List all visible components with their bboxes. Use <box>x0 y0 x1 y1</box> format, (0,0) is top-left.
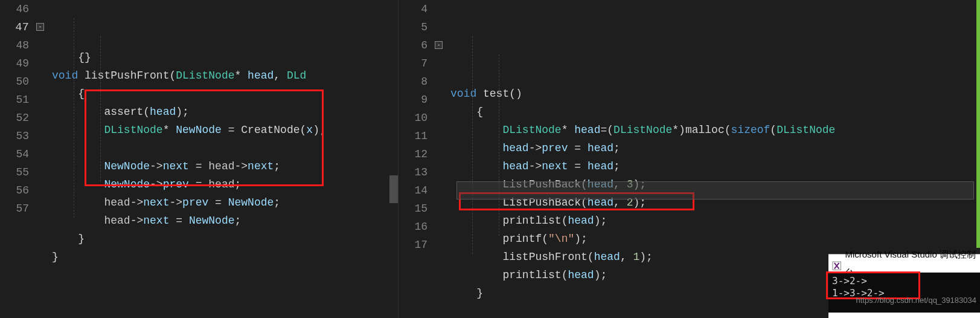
code-line[interactable]: NewNode->next = head->next; <box>52 157 398 175</box>
current-line-highlight <box>456 181 974 200</box>
line-number: 52 <box>0 109 29 127</box>
line-number: 15 <box>399 200 428 218</box>
line-number: 51 <box>0 91 29 109</box>
line-number: 5 <box>399 18 428 36</box>
line-number: 14 <box>399 181 428 200</box>
code-line[interactable]: } <box>52 248 398 266</box>
line-number: 16 <box>399 218 428 236</box>
line-number: 7 <box>399 54 428 73</box>
watermark-text: https://blog.csdn.net/qq_39183034 <box>856 294 977 307</box>
editor-pane-right[interactable]: 4567891011121314151617 - void test() { D… <box>399 0 980 318</box>
code-line[interactable]: assert(head); <box>52 103 398 121</box>
line-number: 8 <box>399 73 428 91</box>
line-number: 48 <box>0 36 29 54</box>
console-line: 3->2-> <box>832 275 976 287</box>
line-number: 50 <box>0 73 29 91</box>
code-line[interactable]: void test() <box>450 85 980 103</box>
line-number: 53 <box>0 127 29 145</box>
code-line[interactable]: } <box>52 230 398 248</box>
line-number: 9 <box>399 91 428 109</box>
code-line[interactable] <box>450 67 980 85</box>
line-number: 11 <box>399 127 428 145</box>
fold-toggle[interactable]: - <box>435 41 443 49</box>
line-number: 17 <box>399 236 428 254</box>
code-line[interactable]: DListNode* NewNode = CreatNode(x); <box>52 121 398 139</box>
code-line[interactable]: head->next->prev = NewNode; <box>52 193 398 212</box>
line-number: 49 <box>0 54 29 73</box>
code-line[interactable]: {} <box>52 48 398 67</box>
code-line[interactable]: { <box>52 85 398 103</box>
vs-icon <box>832 259 841 268</box>
scrollbar-thumb[interactable] <box>389 175 398 203</box>
code-line[interactable]: { <box>450 103 980 121</box>
fold-toggle[interactable]: - <box>36 23 44 31</box>
line-number: 56 <box>0 181 29 200</box>
code-line[interactable]: head->next = head; <box>450 157 980 175</box>
line-number: 55 <box>0 163 29 181</box>
line-number: 6 <box>399 36 428 54</box>
console-output[interactable]: 3->2->1->3->2-> https://blog.csdn.net/qq… <box>828 273 980 313</box>
line-number-gutter-left: 464748495051525354555657 <box>0 0 36 266</box>
change-marker <box>976 0 980 248</box>
code-line[interactable]: DListNode* head=(DListNode*)malloc(sizeo… <box>450 121 980 139</box>
line-number: 46 <box>0 0 29 18</box>
code-line[interactable]: head->prev = head; <box>450 139 980 157</box>
line-number: 47 <box>0 18 29 36</box>
debug-console-window[interactable]: Microsoft Visual Studio 调试控制台 3->2->1->3… <box>828 254 980 318</box>
code-line[interactable] <box>52 139 398 157</box>
line-number: 57 <box>0 200 29 218</box>
code-line[interactable]: head->next = NewNode; <box>52 212 398 230</box>
line-number: 13 <box>399 163 428 181</box>
line-number-gutter-right: 4567891011121314151617 <box>399 0 435 302</box>
code-content-left[interactable]: {}void listPushFront(DListNode* head, DL… <box>47 0 398 266</box>
line-number: 54 <box>0 145 29 163</box>
editor-pane-left[interactable]: 464748495051525354555657 - {}void listPu… <box>0 0 399 318</box>
code-line[interactable]: printlist(head); <box>450 212 980 230</box>
line-number: 4 <box>399 0 428 18</box>
line-number: 12 <box>399 145 428 163</box>
code-line[interactable]: void listPushFront(DListNode* head, DLd <box>52 67 398 85</box>
code-line[interactable] <box>450 48 980 67</box>
code-line[interactable]: NewNode->prev = head; <box>52 175 398 193</box>
line-number: 10 <box>399 109 428 127</box>
console-titlebar[interactable]: Microsoft Visual Studio 调试控制台 <box>828 255 980 273</box>
fold-column-right[interactable]: - <box>435 0 446 302</box>
fold-column-left[interactable]: - <box>36 0 47 266</box>
